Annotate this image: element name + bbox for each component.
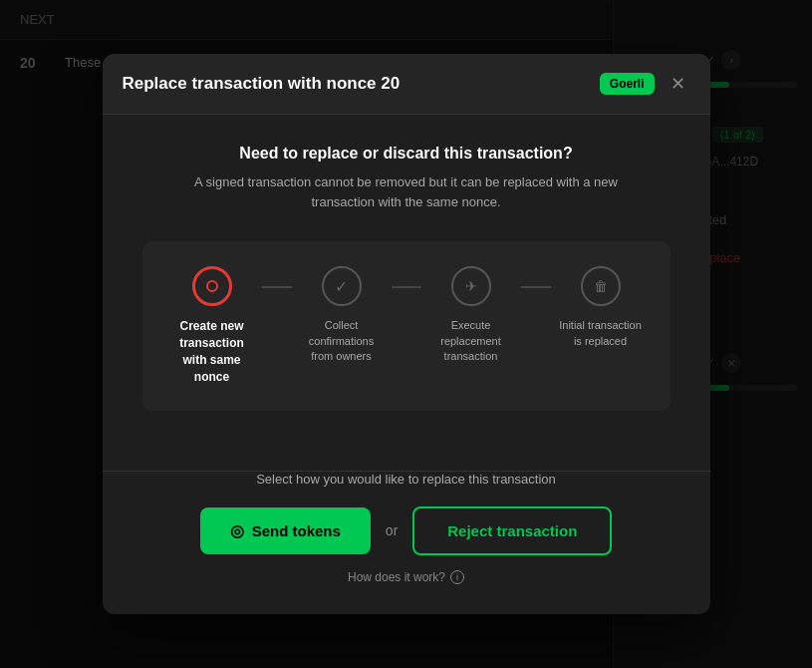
select-section: Select how you would like to replace thi…	[103, 472, 710, 614]
steps-flow: Create new transaction with same nonce ✓…	[142, 241, 671, 410]
modal-dialog: Replace transaction with nonce 20 Goerli…	[103, 54, 710, 613]
how-works-label: How does it work?	[348, 570, 445, 584]
step-3-send-icon: ✈	[465, 278, 477, 294]
step-3-label: Execute replacement transaction	[426, 318, 516, 364]
step-2-label: Collect confirmations from owners	[297, 318, 387, 364]
step-1-icon-wrapper	[192, 266, 232, 306]
reject-button[interactable]: Reject transaction	[412, 506, 612, 555]
modal-overlay: Replace transaction with nonce 20 Goerli…	[0, 0, 812, 668]
select-label: Select how you would like to replace thi…	[142, 472, 671, 487]
step-4-circle: 🗑	[581, 266, 621, 306]
step-1-label: Create new transaction with same nonce	[167, 318, 257, 385]
connector-2-3	[392, 286, 421, 288]
step-3-circle: ✈	[451, 266, 491, 306]
modal-info-section: Need to replace or discard this transact…	[142, 145, 671, 211]
circle-dollar-icon: ◎	[230, 521, 244, 540]
modal-info-desc: A signed transaction cannot be removed b…	[167, 172, 646, 211]
modal-header-right: Goerli ✕	[600, 72, 690, 96]
step-4-trash-icon: 🗑	[594, 278, 608, 294]
step-1: Create new transaction with same nonce	[162, 266, 262, 385]
connector-3-4	[521, 286, 551, 288]
modal-title: Replace transaction with nonce 20	[123, 74, 401, 94]
info-icon[interactable]: i	[450, 570, 464, 584]
send-tokens-button[interactable]: ◎ Send tokens	[200, 507, 371, 554]
modal-info-title: Need to replace or discard this transact…	[142, 145, 671, 163]
step-2-circle: ✓	[322, 266, 362, 306]
step-3: ✈ Execute replacement transaction	[421, 266, 521, 364]
step-4: 🗑 Initial transaction is replaced	[551, 266, 651, 349]
or-text: or	[386, 522, 398, 538]
step-2: ✓ Collect confirmations from owners	[292, 266, 392, 364]
modal-body: Need to replace or discard this transact…	[103, 115, 710, 470]
step-2-check-icon: ✓	[335, 277, 348, 296]
step-4-icon-wrapper: 🗑	[581, 266, 621, 306]
step-4-label: Initial transaction is replaced	[556, 318, 646, 349]
step-1-dot-icon	[206, 280, 218, 292]
network-badge: Goerli	[600, 73, 655, 95]
close-icon: ✕	[671, 73, 685, 95]
step-2-icon-wrapper: ✓	[322, 266, 362, 306]
close-button[interactable]: ✕	[667, 72, 690, 96]
modal-header: Replace transaction with nonce 20 Goerli…	[103, 54, 710, 115]
action-row: ◎ Send tokens or Reject transaction	[142, 506, 671, 555]
step-3-icon-wrapper: ✈	[451, 266, 491, 306]
connector-1-2	[262, 286, 292, 288]
how-works-row: How does it work? i	[142, 570, 671, 584]
step-1-circle	[192, 266, 232, 306]
